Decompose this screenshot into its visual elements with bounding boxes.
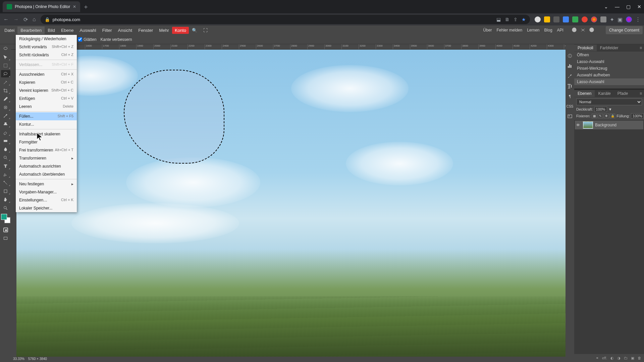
menu-item[interactable]: EinfügenCtrl + V [16, 95, 77, 103]
ext-icon[interactable] [582, 16, 588, 22]
history-item[interactable]: Pinsel-Werkzeug [574, 65, 644, 72]
move-tool-icon[interactable] [1, 53, 10, 61]
history-item[interactable]: Lasso-Auswahl [574, 78, 644, 85]
lock-all-icon[interactable]: 🔒 [610, 114, 615, 118]
home-icon[interactable]: ⌂ [33, 16, 36, 22]
eyedrop-tool-icon[interactable] [1, 95, 10, 103]
lasso-naked-icon[interactable] [1, 45, 10, 52]
new-tab-button[interactable]: ＋ [83, 3, 89, 11]
wand-tool-icon[interactable] [1, 78, 10, 86]
trash-icon[interactable]: 🗑 [638, 356, 641, 360]
panel-menu-icon[interactable]: ≡ [638, 46, 644, 50]
tab-paths[interactable]: Pfade [614, 90, 631, 97]
menu-item[interactable]: Füllen...Shift + F5 [16, 112, 77, 120]
smooth-checkbox[interactable]: Glätten [78, 37, 97, 42]
eye-icon[interactable]: 👁 [576, 123, 581, 127]
lasso-tool-icon[interactable] [1, 70, 10, 77]
menu-item[interactable]: Neu festlegen▸ [16, 180, 77, 188]
menu-item[interactable]: KopierenCtrl + C [16, 78, 77, 86]
blend-mode-select[interactable]: Normal [576, 99, 642, 105]
tab-swatches[interactable]: Farbfelder [597, 45, 622, 51]
crop-tool-icon[interactable] [1, 87, 10, 94]
menu-item[interactable]: Inhaltsbasiert skalieren [16, 130, 77, 138]
marquee-tool-icon[interactable] [1, 62, 10, 69]
fullscreen-icon[interactable]: ⛶ [200, 26, 211, 34]
menu-select[interactable]: Auswahl [77, 26, 99, 34]
twitter-icon[interactable] [580, 27, 586, 34]
ext-icon[interactable] [544, 16, 550, 22]
menu-item[interactable]: Frei transformierenAlt+Ctrl + T [16, 146, 77, 154]
layer-item[interactable]: 👁 Background [575, 121, 643, 129]
menu-item[interactable]: Lokaler Speicher... [16, 204, 77, 212]
menu-item[interactable]: Schritt vorwärtsShift+Ctrl + Z [16, 43, 77, 51]
opacity-value[interactable]: 100% [594, 107, 607, 112]
menu-view[interactable]: Ansicht [115, 26, 136, 34]
foreground-color[interactable] [1, 214, 7, 220]
layer-name[interactable]: Background [595, 123, 616, 127]
shape-tool-icon[interactable] [1, 187, 10, 195]
layer-thumbnail[interactable] [583, 121, 593, 129]
menu-filter[interactable]: Filter [99, 26, 115, 34]
menu-more[interactable]: Mehr [156, 26, 172, 34]
path-tool-icon[interactable] [1, 179, 10, 186]
color-swatches[interactable] [1, 214, 10, 223]
ext-icon[interactable] [600, 16, 606, 22]
panel-menu-icon[interactable]: ≡ [638, 91, 644, 96]
link-blog[interactable]: Blog [544, 28, 552, 33]
link-api[interactable]: API [557, 28, 564, 33]
lock-position-icon[interactable]: ✥ [604, 114, 609, 118]
css-panel-icon[interactable]: CSS [567, 103, 573, 109]
blur-tool-icon[interactable] [1, 145, 10, 153]
reload-icon[interactable]: ⟳ [23, 16, 28, 23]
pen-tool-icon[interactable] [1, 171, 10, 178]
menu-item[interactable]: Rückgängig / Wiederholen [16, 35, 77, 43]
lock-transparency-icon[interactable]: ▦ [592, 114, 597, 118]
menu-item[interactable]: Automatisch überblenden [16, 170, 77, 178]
lock-pixels-icon[interactable]: ✎ [598, 114, 603, 118]
maximize-icon[interactable]: ▢ [626, 4, 631, 9]
history-item[interactable]: Öffnen [574, 52, 644, 58]
menu-item[interactable]: Schritt rückwärtsCtrl + Z [16, 51, 77, 59]
new-layer-icon[interactable]: ▣ [631, 356, 634, 360]
dodge-tool-icon[interactable] [1, 154, 10, 161]
back-icon[interactable]: ← [3, 16, 9, 22]
screenmode-icon[interactable] [1, 235, 10, 242]
reddit-icon[interactable] [572, 27, 577, 34]
tab-channels[interactable]: Kanäle [595, 90, 614, 97]
hand-tool-icon[interactable] [1, 196, 10, 203]
ext-icon[interactable] [553, 16, 559, 22]
brush-tool-icon[interactable] [1, 112, 10, 119]
folder-icon[interactable]: 🗀 [624, 356, 628, 360]
kebab-icon[interactable]: ⋮ [635, 16, 641, 23]
puzzle-icon[interactable]: ✦ [610, 16, 614, 23]
menu-item[interactable]: Transformieren▸ [16, 154, 77, 162]
menu-window[interactable]: Fenster [135, 26, 156, 34]
menu-item[interactable]: Einstellungen…Ctrl + K [16, 196, 77, 204]
info-panel-icon[interactable]: ⓘ [567, 53, 573, 59]
chevron-down-icon[interactable]: ⌄ [604, 4, 608, 9]
paragraph-panel-icon[interactable]: ¶ [567, 93, 573, 99]
ext-icon[interactable] [591, 16, 597, 22]
history-item[interactable]: Auswahl aufheben [574, 72, 644, 78]
history-item[interactable]: Lasso-Auswahl [574, 58, 644, 65]
menu-edit[interactable]: Bearbeiten [17, 26, 45, 34]
menu-image[interactable]: Bild [45, 26, 58, 34]
fx-icon[interactable]: eff. [602, 356, 607, 360]
link-learn[interactable]: Lernen [527, 28, 539, 33]
menu-account[interactable]: Konto [172, 27, 189, 34]
tab-layers[interactable]: Ebenen [574, 90, 595, 97]
menu-layer[interactable]: Ebene [58, 26, 77, 34]
menu-item[interactable]: Kontur... [16, 120, 77, 128]
menu-item[interactable]: Formgitter [16, 138, 77, 146]
url-bar[interactable]: 🔒 photopea.com ⬓ 🗎 ⇪ ★ [41, 15, 530, 24]
facebook-icon[interactable] [589, 27, 594, 34]
canvas[interactable] [16, 50, 566, 357]
link-layers-icon[interactable]: ⚭ [596, 356, 599, 360]
type-tool-icon[interactable] [1, 162, 10, 170]
search-icon[interactable]: 🔍 [189, 26, 200, 34]
heal-tool-icon[interactable] [1, 104, 10, 111]
ext-icon[interactable] [535, 16, 541, 22]
browser-tab[interactable]: Photopea | Online Photo Editor ✕ [3, 1, 80, 12]
close-window-icon[interactable]: ✕ [637, 4, 641, 9]
adjustment-icon[interactable]: ◑ [617, 356, 621, 360]
